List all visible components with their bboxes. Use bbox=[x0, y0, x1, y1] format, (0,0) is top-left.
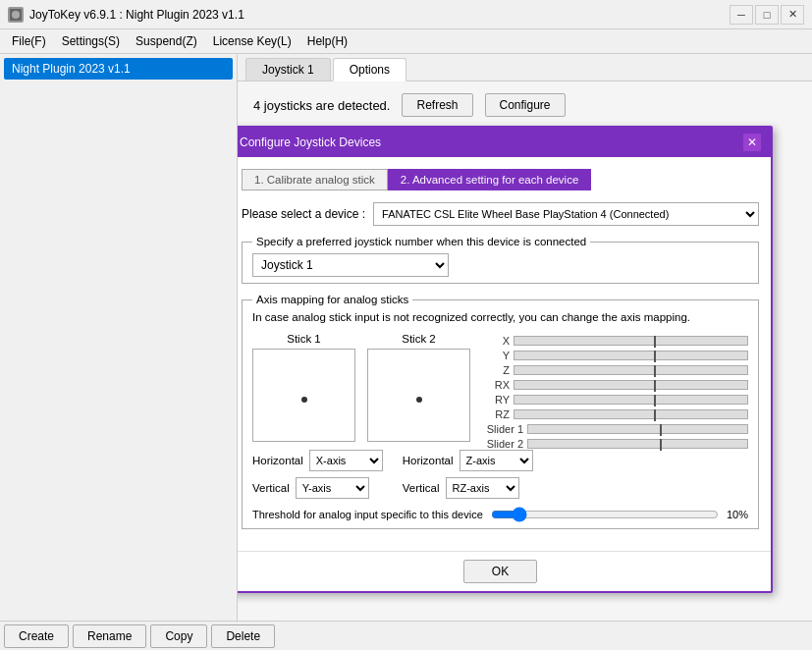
stick1-label: Stick 1 bbox=[287, 333, 321, 345]
menu-licensekey[interactable]: License Key(L) bbox=[205, 32, 299, 50]
axis-rz-bar bbox=[514, 409, 748, 419]
copy-button[interactable]: Copy bbox=[150, 624, 207, 648]
configure-button[interactable]: Configure bbox=[485, 93, 566, 117]
axis-bars: X Y bbox=[482, 333, 748, 450]
dialog-overlay: Configure Joystick Devices ✕ 1. Calibrat… bbox=[238, 81, 812, 621]
stick2-box bbox=[367, 349, 470, 442]
axis-y-bar bbox=[514, 351, 748, 360]
axis-z-label: Z bbox=[482, 364, 510, 376]
bottom-bar: Create Rename Copy Delete bbox=[0, 621, 812, 650]
threshold-slider[interactable] bbox=[491, 507, 719, 522]
axis-z-bar bbox=[514, 365, 748, 375]
axis-slider1-marker bbox=[660, 424, 662, 436]
axis-dropdowns: Horizontal X-axis Y-axis Z-axis RX-axis … bbox=[252, 450, 748, 499]
axis-mapping-legend: Axis mapping for analog sticks bbox=[252, 294, 412, 305]
refresh-button[interactable]: Refresh bbox=[402, 93, 472, 117]
dialog-footer: OK bbox=[238, 551, 771, 591]
main-layout: Night Plugin 2023 v1.1 Joystick 1 Option… bbox=[0, 54, 812, 621]
sticks-and-axes: Stick 1 Stick 2 bbox=[252, 333, 748, 450]
app-title: JoyToKey v6.9.1 : Night Plugin 2023 v1.1 bbox=[29, 8, 730, 22]
stick1-container: Stick 1 bbox=[252, 333, 355, 442]
close-button[interactable]: ✕ bbox=[781, 5, 804, 25]
stick2-vertical-label: Vertical bbox=[403, 482, 440, 494]
title-bar: JoyToKey v6.9.1 : Night Plugin 2023 v1.1… bbox=[0, 0, 812, 29]
axis-slider1-bar bbox=[527, 424, 748, 434]
stick1-axis-group: Horizontal X-axis Y-axis Z-axis RX-axis … bbox=[252, 450, 383, 499]
svg-point-1 bbox=[12, 11, 20, 19]
stick2-vertical-row: Vertical RZ-axis X-axis Y-axis Z-axis RX… bbox=[403, 477, 533, 499]
axis-rz-row: RZ bbox=[482, 408, 748, 420]
menu-help[interactable]: Help(H) bbox=[299, 32, 355, 50]
device-select[interactable]: FANATEC CSL Elite Wheel Base PlayStation… bbox=[373, 202, 759, 226]
threshold-label: Threshold for analog input specific to t… bbox=[252, 509, 483, 520]
dialog-close-button[interactable]: ✕ bbox=[743, 134, 761, 151]
axis-slider2-label: Slider 2 bbox=[482, 438, 523, 450]
preferred-joystick-fieldset: Specify a preferred joystick number when… bbox=[242, 236, 759, 284]
axis-x-label: X bbox=[482, 335, 510, 347]
configure-dialog: Configure Joystick Devices ✕ 1. Calibrat… bbox=[238, 126, 773, 593]
window-controls: ─ □ ✕ bbox=[730, 5, 804, 25]
menu-file[interactable]: File(F) bbox=[4, 32, 54, 50]
axis-slider1-row: Slider 1 bbox=[482, 423, 748, 435]
axis-slider2-marker bbox=[660, 439, 662, 451]
axis-mapping-info: In case analog stick input is not recogn… bbox=[252, 311, 748, 323]
create-button[interactable]: Create bbox=[4, 624, 69, 648]
menu-suspend[interactable]: Suspend(Z) bbox=[128, 32, 205, 50]
sidebar-item-nightplugin[interactable]: Night Plugin 2023 v1.1 bbox=[4, 58, 233, 80]
content-panel: 4 joysticks are detected. Refresh Config… bbox=[238, 81, 812, 621]
axis-y-label: Y bbox=[482, 350, 510, 361]
axis-x-marker bbox=[654, 336, 656, 348]
axis-rx-label: RX bbox=[482, 379, 510, 391]
stick2-axis-group: Horizontal Z-axis X-axis Y-axis RX-axis … bbox=[403, 450, 533, 499]
app-icon bbox=[8, 7, 24, 23]
axis-ry-bar bbox=[514, 395, 748, 405]
stick2-horizontal-select[interactable]: Z-axis X-axis Y-axis RX-axis RY-axis RZ-… bbox=[460, 450, 533, 471]
tab-bar: Joystick 1 Options bbox=[238, 54, 812, 81]
tab-joystick1[interactable]: Joystick 1 bbox=[245, 58, 331, 81]
tab-options[interactable]: Options bbox=[333, 58, 406, 81]
stick2-vertical-select[interactable]: RZ-axis X-axis Y-axis Z-axis RX-axis RY-… bbox=[446, 477, 519, 499]
dialog-tabs: 1. Calibrate analog stick 2. Advanced se… bbox=[242, 169, 759, 190]
rename-button[interactable]: Rename bbox=[73, 624, 146, 648]
stick2-horizontal-label: Horizontal bbox=[403, 455, 454, 466]
axis-y-marker bbox=[654, 351, 656, 362]
menu-settings[interactable]: Settings(S) bbox=[54, 32, 128, 50]
axis-y-row: Y bbox=[482, 350, 748, 361]
axis-rx-bar bbox=[514, 380, 748, 390]
dialog-tab-calibrate[interactable]: 1. Calibrate analog stick bbox=[242, 169, 388, 190]
stick1-dot bbox=[301, 397, 307, 403]
maximize-button[interactable]: □ bbox=[755, 5, 779, 25]
stick1-vertical-select[interactable]: Y-axis X-axis Z-axis RX-axis RY-axis RZ-… bbox=[296, 477, 369, 499]
stick1-vertical-label: Vertical bbox=[252, 482, 290, 494]
device-select-row: Please select a device : FANATEC CSL Eli… bbox=[242, 202, 759, 226]
stick1-horizontal-label: Horizontal bbox=[252, 455, 303, 466]
stick1-vertical-row: Vertical Y-axis X-axis Z-axis RX-axis RY… bbox=[252, 477, 383, 499]
ok-button[interactable]: OK bbox=[463, 560, 537, 583]
menu-bar: File(F) Settings(S) Suspend(Z) License K… bbox=[0, 29, 812, 54]
dialog-title: Configure Joystick Devices bbox=[240, 135, 381, 149]
minimize-button[interactable]: ─ bbox=[730, 5, 753, 25]
dialog-tab-advanced[interactable]: 2. Advanced setting for each device bbox=[388, 169, 592, 190]
threshold-slider-container bbox=[491, 507, 719, 522]
detection-text: 4 joysticks are detected. bbox=[253, 98, 390, 113]
stick2-container: Stick 2 bbox=[367, 333, 470, 442]
dialog-title-bar: Configure Joystick Devices ✕ bbox=[238, 128, 771, 157]
axis-slider1-label: Slider 1 bbox=[482, 423, 523, 435]
stick1-horizontal-row: Horizontal X-axis Y-axis Z-axis RX-axis … bbox=[252, 450, 383, 471]
preferred-joystick-select[interactable]: Joystick 1 Joystick 2 Joystick 3 bbox=[252, 253, 449, 277]
axis-x-bar bbox=[514, 336, 748, 346]
axis-slider2-bar bbox=[527, 439, 748, 449]
detection-row: 4 joysticks are detected. Refresh Config… bbox=[253, 93, 796, 117]
sidebar: Night Plugin 2023 v1.1 bbox=[0, 54, 238, 621]
axis-ry-label: RY bbox=[482, 394, 510, 406]
stick1-horizontal-select[interactable]: X-axis Y-axis Z-axis RX-axis RY-axis RZ-… bbox=[309, 450, 383, 471]
axis-ry-marker bbox=[654, 395, 656, 406]
preferred-joystick-legend: Specify a preferred joystick number when… bbox=[252, 236, 590, 247]
axis-ry-row: RY bbox=[482, 394, 748, 406]
stick2-dot bbox=[416, 397, 422, 403]
axis-rx-row: RX bbox=[482, 379, 748, 391]
axis-rz-label: RZ bbox=[482, 408, 510, 420]
axis-z-marker bbox=[654, 365, 656, 377]
delete-button[interactable]: Delete bbox=[211, 624, 275, 648]
axis-rx-marker bbox=[654, 380, 656, 392]
